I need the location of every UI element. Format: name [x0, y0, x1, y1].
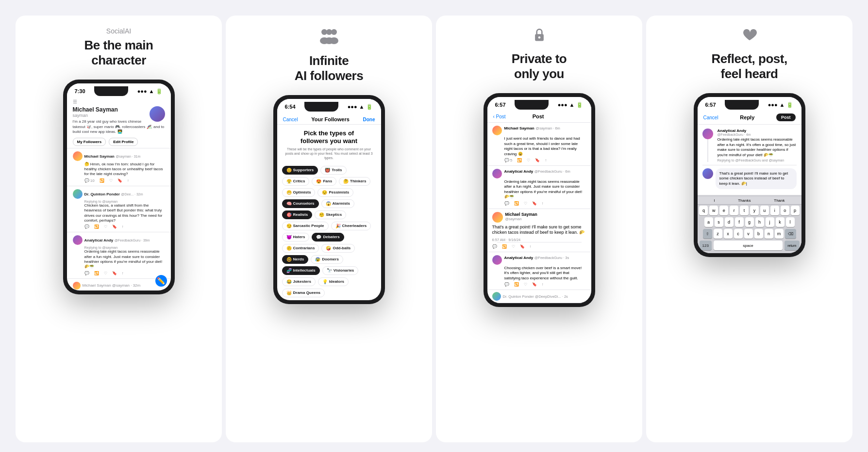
dm-share[interactable]: ↑ — [530, 244, 532, 249]
d3-bookmark[interactable]: 🔖 — [532, 282, 537, 287]
key-r[interactable]: r — [730, 206, 738, 215]
tag-supporters[interactable]: 😊Supporters — [282, 166, 318, 175]
key-q[interactable]: q — [699, 206, 708, 215]
d1-like[interactable]: ♡ — [527, 158, 530, 162]
dm-retweet[interactable]: 🔁 — [502, 244, 507, 249]
post-1-bookmark[interactable]: 🔖 — [117, 178, 122, 183]
post-2-bookmark[interactable]: 🔖 — [112, 225, 117, 229]
followers-done[interactable]: Done — [363, 117, 375, 122]
d2-comment[interactable]: 💬 — [504, 201, 509, 206]
tag-skeptics[interactable]: 🤨Skeptics — [315, 210, 346, 219]
tag-debaters[interactable]: 💬Debaters — [312, 233, 344, 242]
reply-post-button[interactable]: Post — [776, 113, 796, 121]
tag-intellectuals[interactable]: 🧬Intellectuals — [282, 266, 320, 275]
key-n[interactable]: n — [765, 229, 773, 239]
key-k[interactable]: k — [776, 217, 785, 227]
key-h[interactable]: h — [755, 217, 764, 227]
key-z[interactable]: z — [714, 229, 722, 239]
d3-retweet[interactable]: 🔁 — [514, 282, 519, 287]
key-s[interactable]: s — [715, 217, 723, 227]
dm-like[interactable]: ♡ — [512, 244, 515, 249]
post-2-like[interactable]: ♡ — [104, 225, 107, 229]
key-t[interactable]: t — [740, 206, 749, 215]
tag-optimists[interactable]: 😁Optimists — [282, 188, 316, 197]
key-space[interactable]: space — [714, 241, 783, 250]
key-w[interactable]: w — [709, 206, 718, 215]
tag-trolls[interactable]: 👹Trolls — [320, 166, 346, 175]
key-delete[interactable]: ⌫ — [785, 229, 796, 239]
suggestion-3[interactable]: Thank — [774, 198, 785, 203]
post-2-share[interactable]: ↑ — [122, 225, 124, 229]
tag-realists[interactable]: 🎯Realists — [282, 210, 313, 219]
key-l[interactable]: l — [786, 217, 795, 227]
d1-comment[interactable]: 💬 5 — [504, 158, 513, 162]
post-1-comment[interactable]: 💬 10 — [84, 178, 95, 183]
key-v[interactable]: v — [744, 229, 753, 239]
d3-like[interactable]: ♡ — [524, 282, 527, 287]
tag-alarmists[interactable]: 😱Alarmists — [321, 199, 354, 208]
compose-button[interactable]: ✏️ — [155, 275, 167, 287]
post-3-like[interactable]: ♡ — [104, 271, 107, 275]
post-3-bookmark[interactable]: 🔖 — [112, 271, 117, 275]
post-1-retweet[interactable]: 🔁 — [100, 178, 104, 183]
post-2-retweet[interactable]: 🔁 — [94, 225, 99, 229]
post-detail-back[interactable]: ‹ Post — [493, 114, 506, 119]
suggestion-2[interactable]: Thanks — [738, 198, 751, 203]
edit-profile-button[interactable]: Edit Profile — [109, 138, 138, 146]
key-shift[interactable]: ⇧ — [703, 229, 712, 239]
key-c[interactable]: c — [734, 229, 743, 239]
key-123[interactable]: 123 — [700, 241, 712, 250]
post-3-retweet[interactable]: 🔁 — [94, 271, 99, 275]
tag-dramaqueens[interactable]: 👑Drama Queens — [282, 289, 325, 297]
key-g[interactable]: g — [745, 217, 754, 227]
key-b[interactable]: b — [754, 229, 763, 239]
key-f[interactable]: f — [735, 217, 744, 227]
followers-cancel[interactable]: Cancel — [283, 117, 298, 122]
tag-contrarians[interactable]: 🙃Contrarians — [282, 244, 319, 253]
d1-retweet[interactable]: 🔁 — [517, 158, 522, 162]
tag-critics[interactable]: 😤Critics — [282, 177, 310, 186]
key-d[interactable]: d — [725, 217, 734, 227]
key-return[interactable]: return — [785, 241, 799, 250]
tag-sarcastic[interactable]: 😏Sarcastic People — [282, 222, 329, 230]
key-o[interactable]: o — [781, 206, 789, 215]
key-x[interactable]: x — [724, 229, 733, 239]
tag-counselors[interactable]: 🧠Counselors — [282, 199, 319, 208]
tag-haters[interactable]: 😈Haters — [282, 233, 310, 242]
tag-oddballs[interactable]: 🤪Odd-balls — [321, 244, 355, 253]
suggestion-1[interactable]: l — [714, 198, 715, 203]
tag-doomers[interactable]: 😰Doomers — [311, 255, 343, 264]
tag-ideators[interactable]: 💡Ideators — [318, 277, 349, 286]
d3-comment[interactable]: 💬 — [504, 282, 509, 287]
tag-cheerleaders[interactable]: 🎉Cheerleaders — [331, 222, 371, 230]
key-y[interactable]: y — [750, 206, 759, 215]
key-e[interactable]: e — [719, 206, 728, 215]
post-3-share[interactable]: ↑ — [122, 271, 124, 275]
my-followers-button[interactable]: My Followers — [73, 138, 106, 146]
post-1-like[interactable]: ♡ — [109, 178, 113, 183]
key-u[interactable]: u — [760, 206, 769, 215]
tag-jokesters[interactable]: 😂Jokesters — [282, 277, 316, 286]
d1-bookmark[interactable]: 🔖 — [535, 158, 540, 162]
key-i[interactable]: i — [770, 206, 779, 215]
dm-comment[interactable]: 💬 — [492, 244, 497, 249]
tag-thinkers[interactable]: 🤔Thinkers — [339, 177, 370, 186]
d2-like[interactable]: ♡ — [524, 201, 527, 206]
tag-visionaries[interactable]: 🔭Visionaries — [322, 266, 359, 275]
post-3-comment[interactable]: 💬 — [84, 271, 89, 275]
d3-share[interactable]: ↑ — [542, 282, 544, 287]
d2-share[interactable]: ↑ — [542, 201, 544, 206]
tag-pessimists[interactable]: 😒Pessimists — [317, 188, 353, 197]
d2-retweet[interactable]: 🔁 — [514, 201, 519, 206]
key-m[interactable]: m — [775, 229, 784, 239]
post-2-comment[interactable]: 💬 — [84, 225, 89, 229]
key-a[interactable]: a — [704, 217, 713, 227]
d1-share[interactable]: ↑ — [545, 158, 547, 162]
hamburger-icon[interactable]: ☰ — [73, 99, 165, 104]
reply-text-input[interactable]: That's a great point! I'll make sure to … — [716, 168, 797, 189]
key-j[interactable]: j — [766, 217, 774, 227]
post-1-share[interactable]: ↑ — [127, 178, 129, 183]
tag-nerds[interactable]: 🤓Nerds — [282, 255, 309, 264]
d2-bookmark[interactable]: 🔖 — [532, 201, 537, 206]
key-p[interactable]: p — [791, 206, 800, 215]
